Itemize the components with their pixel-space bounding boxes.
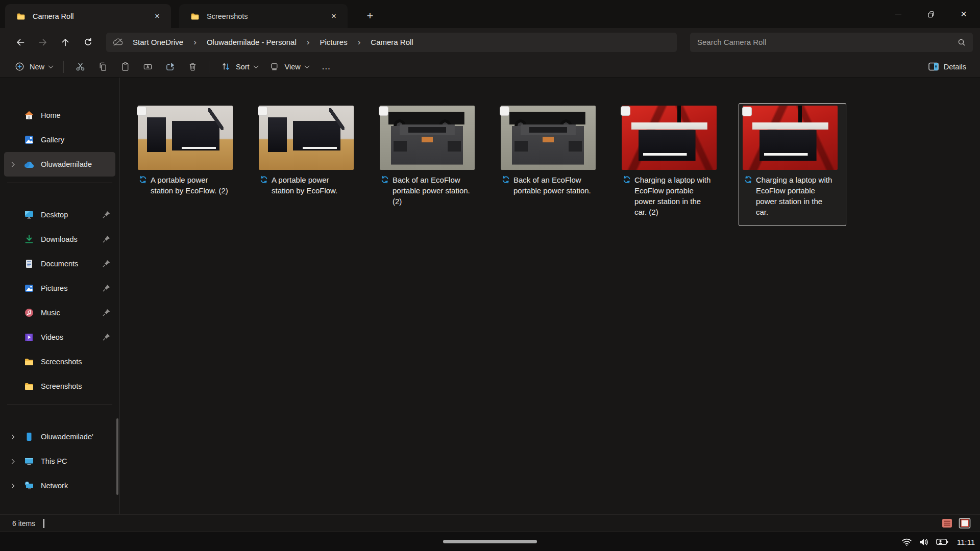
share-button[interactable] [159,58,181,76]
sort-button[interactable]: Sort [214,58,263,76]
view-button[interactable]: View [263,58,314,76]
sidebar-item-desktop[interactable]: Desktop [4,203,115,227]
file-name: Back of an EcoFlow portable power statio… [513,174,594,196]
file-tile[interactable]: A portable power station by EcoFlow. (2) [134,103,241,226]
file-tile-selected[interactable]: Charging a laptop with EcoFlow portable … [739,103,846,226]
tab-close-icon[interactable]: × [151,10,164,23]
breadcrumb-camera-roll[interactable]: Camera Roll [366,36,417,48]
new-label: New [30,63,44,71]
toolbar-divider [209,61,209,73]
new-tab-button[interactable]: + [362,8,378,24]
chevron-down-icon [304,63,309,68]
back-button[interactable] [9,33,32,52]
forward-icon [38,37,48,47]
sidebar-item-screenshots-1[interactable]: Screenshots [4,349,115,374]
tab-camera-roll[interactable]: Camera Roll × [5,4,171,28]
file-tile[interactable]: A portable power station by EcoFlow. [255,103,362,226]
sidebar-item-downloads[interactable]: Downloads [4,227,115,252]
minimize-icon [895,14,901,15]
sidebar-item-home[interactable]: Home [4,103,115,128]
expander-slot [10,163,23,166]
sidebar-item-screenshots-2[interactable]: Screenshots [4,374,115,398]
paste-button[interactable] [114,58,136,76]
titlebar: Camera Roll × Screenshots × + × [0,0,980,28]
sidebar-item-videos[interactable]: Videos [4,325,115,349]
file-tile[interactable]: Back of an EcoFlow portable power statio… [376,103,483,226]
breadcrumb-chevron-icon: › [192,37,198,47]
up-button[interactable] [54,33,77,52]
folder-icon [23,381,35,392]
minimize-button[interactable] [882,0,915,28]
breadcrumb-start-onedrive[interactable]: Start OneDrive [129,36,187,48]
sidebar-item-label: Network [41,482,115,490]
breadcrumb-pictures[interactable]: Pictures [315,36,351,48]
cut-button[interactable] [69,58,91,76]
wifi-icon[interactable] [901,538,912,546]
chevron-right-icon[interactable] [10,162,15,167]
sidebar-item-gallery[interactable]: Gallery [4,128,115,152]
sidebar-item-onedrive[interactable]: Oluwademilade [4,152,115,177]
chevron-right-icon[interactable] [10,434,15,439]
share-icon [164,61,176,72]
sidebar-item-this-pc[interactable]: This PC [4,449,115,473]
item-checkbox[interactable] [379,106,388,116]
volume-icon[interactable] [919,538,929,546]
sidebar-item-network[interactable]: Network [4,473,115,498]
close-button[interactable]: × [947,0,980,28]
forward-button[interactable] [32,33,54,52]
view-icon [269,61,280,72]
refresh-icon [83,37,93,47]
taskbar: 11:11 [0,532,980,551]
tab-close-icon[interactable]: × [327,10,340,23]
file-tile[interactable]: Back of an EcoFlow portable power statio… [497,103,604,226]
chevron-right-icon[interactable] [10,459,15,464]
sidebar-scrollbar[interactable] [116,418,118,495]
file-explorer-window: Camera Roll × Screenshots × + × [0,0,980,532]
restore-button[interactable] [915,0,947,28]
home-icon [23,110,35,121]
search-input[interactable] [697,38,958,46]
onedrive-offline-icon [112,37,124,48]
file-name: Charging a laptop with EcoFlow portable … [756,174,837,217]
search-box [690,33,973,52]
breadcrumb-onedrive-personal[interactable]: Oluwademilade - Personal [203,36,301,48]
tab-screenshots[interactable]: Screenshots × [179,4,348,28]
onedrive-sync-icon [502,176,510,196]
sidebar-item-documents[interactable]: Documents [4,252,115,276]
item-checkbox[interactable] [258,106,267,116]
battery-icon[interactable] [936,538,948,546]
copy-button[interactable] [91,58,114,76]
network-icon [23,480,35,491]
sidebar-item-label: Oluwademilade' [41,433,115,441]
scrollbar-thumb[interactable] [443,540,537,543]
command-toolbar: New [0,56,980,78]
file-tile[interactable]: Charging a laptop with EcoFlow portable … [618,103,725,226]
folder-icon [15,11,27,22]
thumbnail-view-button[interactable] [959,518,971,529]
navigation-pane: Home Gallery Oluwademilade [0,78,120,514]
rename-button[interactable] [136,58,159,76]
search-icon[interactable] [958,38,966,46]
list-view-button[interactable] [942,518,952,528]
details-button[interactable]: Details [922,58,972,76]
refresh-button[interactable] [77,33,99,52]
chevron-right-icon[interactable] [10,483,15,488]
taskbar-clock[interactable]: 11:11 [957,538,975,546]
tab-label: Camera Roll [33,12,144,20]
details-pane-icon [928,61,939,72]
restore-icon [927,10,935,18]
delete-button[interactable] [181,58,204,76]
item-checkbox[interactable] [500,106,509,116]
sidebar-item-music[interactable]: Music [4,300,115,325]
item-checkbox[interactable] [742,107,752,116]
file-label: Charging a laptop with EcoFlow portable … [744,174,846,217]
see-more-button[interactable]: … [314,61,339,72]
sidebar-item-pictures[interactable]: Pictures [4,276,115,300]
sidebar-item-user-device[interactable]: Oluwademilade' [4,424,115,449]
item-checkbox[interactable] [621,106,630,116]
file-label: Back of an EcoFlow portable power statio… [381,174,483,207]
new-button[interactable]: New [8,58,58,76]
sidebar-item-label: Home [41,111,115,119]
status-divider [43,519,44,528]
item-checkbox[interactable] [137,106,146,116]
